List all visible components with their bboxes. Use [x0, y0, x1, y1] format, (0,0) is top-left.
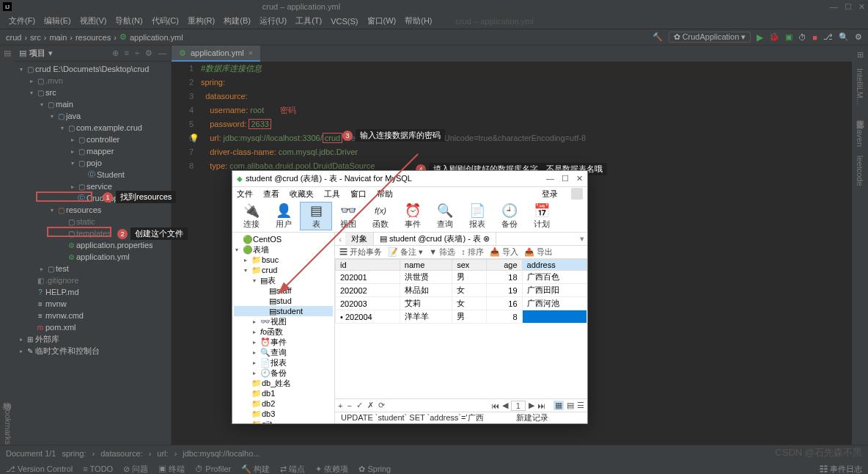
bottom-build[interactable]: 🔨 构建: [241, 464, 270, 475]
nav-btn-query[interactable]: 🔍查询: [429, 203, 461, 230]
run-button[interactable]: ▶: [757, 32, 763, 43]
navicat-toolbar[interactable]: 🔌连接 👤用户 ▤表 👓视图 f(x)函数 ⏰事件 🔍查询 📄报表 🕘备份 📅计…: [232, 200, 587, 233]
rtool-intelli[interactable]: IntelliLM...: [856, 68, 864, 105]
nt-event[interactable]: 事件: [271, 337, 287, 348]
crumb-2[interactable]: main: [49, 33, 67, 42]
nav-btn-func[interactable]: f(x)函数: [364, 203, 397, 230]
tree-help[interactable]: HELP.md: [45, 288, 79, 296]
bottom-todo[interactable]: ≡ TODO: [83, 464, 113, 473]
project-tool-icon[interactable]: ▤: [4, 48, 11, 58]
nt-db3[interactable]: db3: [262, 409, 275, 418]
grid-row[interactable]: 202003艾莉女16广西河池: [336, 297, 587, 310]
nt-dbname[interactable]: db_姓名: [262, 378, 291, 389]
nav-menu-fav[interactable]: 收藏夹: [290, 189, 314, 200]
nav-btn-table[interactable]: ▤表: [300, 202, 332, 230]
ltool-bookmarks[interactable]: Bookmarks: [1, 404, 12, 445]
settings-icon[interactable]: ⚙: [855, 32, 862, 42]
nav-max-icon[interactable]: ☐: [562, 174, 569, 183]
tree-app-yml[interactable]: application.yml: [76, 252, 130, 261]
tree-pom[interactable]: pom.xml: [45, 323, 76, 332]
menu-view[interactable]: 视图(V): [77, 15, 110, 26]
nt-crud[interactable]: crud: [262, 266, 277, 274]
tree-service[interactable]: service: [87, 182, 112, 191]
nav-add-icon[interactable]: +: [338, 401, 342, 410]
col-id[interactable]: id: [336, 260, 400, 271]
sc-4[interactable]: jdbc:mysql://localho...: [183, 449, 260, 458]
git-button[interactable]: ⎇: [823, 32, 833, 42]
crumb-4[interactable]: application.yml: [130, 33, 183, 42]
nt-func[interactable]: 函数: [267, 327, 283, 338]
sc-2[interactable]: datasource:: [100, 449, 142, 458]
menu-code[interactable]: 代码(C): [149, 15, 182, 26]
nt-giit[interactable]: giit: [262, 420, 272, 423]
collapse-all-icon[interactable]: ÷: [135, 48, 139, 58]
crumb-3[interactable]: resources: [76, 33, 111, 42]
nt-view[interactable]: 视图: [271, 316, 287, 327]
nav-page-num[interactable]: 1: [511, 401, 526, 411]
build-icon[interactable]: 🔨: [652, 32, 663, 42]
grid-row[interactable]: 202002林品如女19广西田阳: [336, 284, 587, 297]
nav-subtab-prev-icon[interactable]: ‹: [335, 235, 345, 244]
window-controls[interactable]: ― ☐ ✕: [830, 2, 865, 12]
rtool-leetcode[interactable]: leetcode: [856, 156, 864, 186]
nav-mtb-import[interactable]: 导入: [502, 247, 518, 256]
nav-tab-objects[interactable]: 对象: [345, 233, 374, 245]
breadcrumb[interactable]: crud › src › main › resources › ⚙ applic…: [6, 32, 183, 42]
nt-bsuc[interactable]: bsuc: [262, 255, 279, 264]
nt-report[interactable]: 报表: [271, 357, 287, 368]
col-age[interactable]: age: [486, 260, 522, 271]
tree-ext-lib[interactable]: 外部库: [35, 334, 59, 345]
nav-mtb-export[interactable]: 导出: [537, 247, 553, 256]
menu-edit[interactable]: 编辑(E): [41, 15, 74, 26]
tree-test[interactable]: test: [56, 264, 69, 273]
nav-next-icon[interactable]: ▶: [529, 401, 534, 410]
nav-refresh-icon[interactable]: ⟳: [378, 401, 385, 410]
right-tool-gutter[interactable]: ⊞ IntelliLM... 数据库 Maven leetcode: [852, 45, 868, 445]
nav-menu-window[interactable]: 窗口: [350, 189, 367, 200]
nav-login[interactable]: 登录: [542, 189, 558, 200]
nav-view-grid-icon[interactable]: ▦: [553, 401, 564, 410]
nav-btn-user[interactable]: 👤用户: [268, 203, 300, 230]
nav-btn-event[interactable]: ⏰事件: [397, 203, 429, 230]
grid-header-row[interactable]: id name sex age address: [336, 260, 587, 271]
nav-last-icon[interactable]: ⏭: [537, 401, 545, 410]
tree-main[interactable]: main: [56, 100, 73, 109]
nav-menu-file[interactable]: 文件: [237, 189, 253, 200]
nt-query[interactable]: 查询: [271, 347, 287, 358]
nav-mtb-trans[interactable]: 开始事务: [350, 247, 382, 256]
bottom-profiler[interactable]: ⏱ Profiler: [195, 464, 231, 473]
tree-scratch[interactable]: 临时文件和控制台: [35, 346, 100, 357]
search-icon[interactable]: 🔍: [839, 32, 849, 42]
nt-stud[interactable]: stud: [276, 296, 292, 305]
bottom-endpoints[interactable]: ⇄ 端点: [280, 464, 305, 475]
nt-db2[interactable]: db2: [262, 399, 275, 408]
menu-run[interactable]: 运行(U): [257, 15, 290, 26]
col-name[interactable]: name: [400, 260, 452, 271]
code-area[interactable]: 💡 #数据库连接信息 spring: datasource: username:…: [201, 62, 852, 173]
grid-row-editing[interactable]: • 202004洋羊羊男8: [336, 310, 587, 324]
profile-button[interactable]: ⏱: [798, 33, 806, 42]
nav-mtb-sort[interactable]: 排序: [468, 247, 484, 256]
nt-backup[interactable]: 备份: [271, 368, 287, 379]
nav-menu-help[interactable]: 帮助: [377, 189, 393, 200]
menu-file[interactable]: 文件(F): [6, 15, 38, 26]
tree-pojo[interactable]: pojo: [87, 158, 102, 167]
nt-centos[interactable]: CentOS: [253, 235, 282, 244]
navicat-tree[interactable]: 🟢 CentOS ▾🟢 表墙 ▸📁 bsuc ▾📁 crud ▾▤ 表 ▤ st…: [232, 233, 335, 423]
nav-tab-dropdown-icon[interactable]: ▾: [577, 234, 587, 244]
menu-help[interactable]: 帮助(H): [402, 15, 435, 26]
nav-btn-backup[interactable]: 🕘备份: [493, 203, 526, 230]
tree-src[interactable]: src: [45, 88, 56, 97]
nav-menu-view[interactable]: 查看: [263, 189, 279, 200]
project-tree[interactable]: ▾▢crud E:\Documets\Desktop\crud ▸▢.mvn ▾…: [15, 62, 171, 445]
main-menu[interactable]: 文件(F) 编辑(E) 视图(V) 导航(N) 代码(C) 重构(R) 构建(B…: [0, 13, 868, 29]
tree-mvnw[interactable]: mvnw: [45, 299, 67, 308]
nav-del-icon[interactable]: −: [347, 401, 351, 410]
debug-button[interactable]: 🐞: [769, 32, 779, 42]
navicat-window[interactable]: ◆ student @crud (表墙) - 表 - Navicat for M…: [232, 170, 588, 424]
nt-biaoshu[interactable]: 表墙: [253, 244, 269, 255]
notifications-icon[interactable]: ⊞: [857, 50, 864, 59]
nav-apply-icon[interactable]: ✓: [356, 401, 363, 410]
tree-mvnw-cmd[interactable]: mvnw.cmd: [45, 311, 84, 320]
menu-window[interactable]: 窗口(W): [364, 15, 400, 26]
